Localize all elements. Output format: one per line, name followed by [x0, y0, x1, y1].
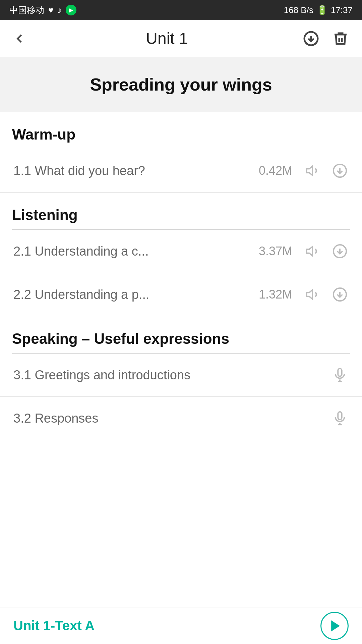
section-header-speaking: Speaking – Useful expressions: [0, 316, 362, 353]
lesson-size-1.1: 0.42M: [249, 164, 292, 178]
bottom-bar: Unit 1-Text A: [0, 607, 362, 644]
lesson-size-2.2: 1.32M: [249, 287, 292, 302]
svg-rect-11: [338, 369, 342, 376]
play-button[interactable]: [320, 612, 349, 640]
lesson-size-2.1: 3.37M: [249, 244, 292, 258]
download-icon-2.1[interactable]: [331, 243, 349, 260]
download-button[interactable]: [302, 29, 320, 48]
battery-icon: 🔋: [317, 5, 327, 15]
qq-icon: ♪: [57, 5, 62, 15]
section-title-speaking: Speaking – Useful expressions: [12, 330, 350, 347]
lesson-item-1.1[interactable]: 1.1 What did you hear?0.42M: [0, 149, 362, 193]
music-icon: ▶: [66, 5, 76, 15]
carrier: 中国移动: [9, 4, 44, 16]
heart-icon: ♥: [48, 5, 53, 15]
speed: 168 B/s: [284, 5, 313, 15]
section-header-listening: Listening: [0, 193, 362, 229]
svg-marker-5: [307, 247, 312, 256]
download-icon-2.2[interactable]: [331, 286, 349, 303]
lesson-title-2.1: 2.1 Understanding a c...: [13, 244, 249, 259]
lesson-title-1.1: 1.1 What did you hear?: [13, 164, 249, 178]
download-icon-1.1[interactable]: [331, 162, 349, 179]
svg-marker-17: [331, 620, 340, 631]
section-title-listening: Listening: [12, 207, 350, 223]
nav-title: Unit 1: [32, 29, 302, 48]
volume-icon-2.1[interactable]: [304, 243, 322, 260]
volume-icon-1.1[interactable]: [304, 162, 322, 179]
section-header-warmup: Warm-up: [0, 112, 362, 149]
delete-button[interactable]: [331, 29, 350, 48]
lesson-title-2.2: 2.2 Understanding a p...: [13, 287, 249, 302]
lesson-icons-2.1: [304, 243, 349, 260]
svg-rect-14: [338, 412, 342, 420]
mic-icon-3.1[interactable]: [331, 366, 349, 384]
unit-subtitle: Spreading your wings: [13, 74, 349, 95]
back-button[interactable]: [12, 31, 32, 46]
lesson-item-3.2[interactable]: 3.2 Responses: [0, 397, 362, 440]
nav-actions: [302, 29, 350, 48]
content-area: Warm-up1.1 What did you hear?0.42MListen…: [0, 112, 362, 480]
svg-marker-2: [307, 166, 312, 175]
status-right: 168 B/s 🔋 17:37: [284, 5, 353, 15]
lesson-icons-1.1: [304, 162, 349, 179]
bottom-label[interactable]: Unit 1-Text A: [13, 618, 95, 633]
lesson-item-2.1[interactable]: 2.1 Understanding a c...3.37M: [0, 230, 362, 273]
status-bar: 中国移动 ♥ ♪ ▶ 168 B/s 🔋 17:37: [0, 0, 362, 20]
time: 17:37: [331, 5, 353, 15]
lesson-title-3.2: 3.2 Responses: [13, 411, 331, 426]
mic-icon-3.2[interactable]: [331, 410, 349, 427]
section-title-warmup: Warm-up: [12, 126, 350, 143]
lesson-title-3.1: 3.1 Greetings and introductions: [13, 368, 331, 382]
status-left: 中国移动 ♥ ♪ ▶: [9, 4, 76, 16]
volume-icon-2.2[interactable]: [304, 286, 322, 303]
svg-marker-8: [307, 290, 312, 299]
unit-header: Spreading your wings: [0, 57, 362, 112]
lesson-icons-2.2: [304, 286, 349, 303]
lesson-item-3.1[interactable]: 3.1 Greetings and introductions: [0, 354, 362, 397]
lesson-item-2.2[interactable]: 2.2 Understanding a p...1.32M: [0, 273, 362, 316]
nav-bar: Unit 1: [0, 20, 362, 57]
